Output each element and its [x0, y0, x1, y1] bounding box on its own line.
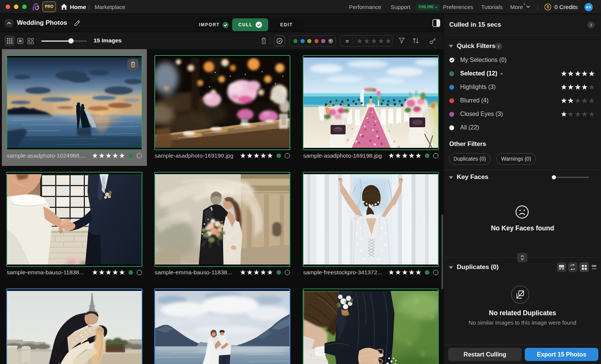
svg-text:$: $ [547, 5, 549, 9]
